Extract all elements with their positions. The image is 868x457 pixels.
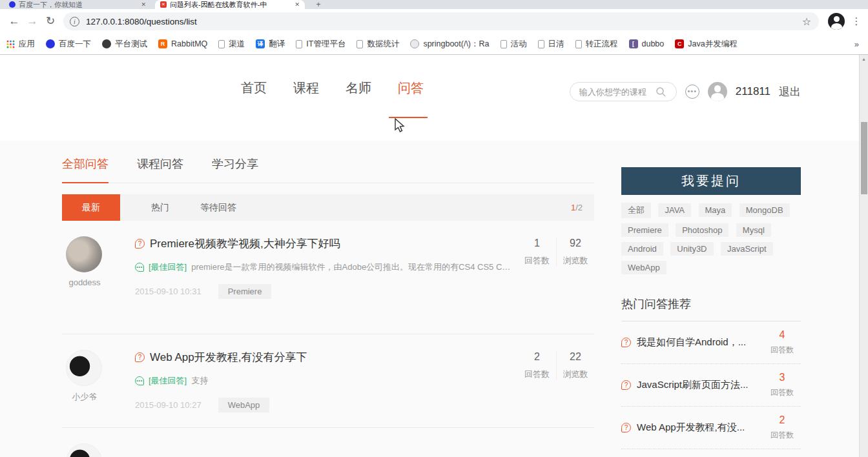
page-info-icon[interactable]: i <box>70 17 79 26</box>
tab-title: 问题列表-因酷在线教育软件-中 <box>170 0 291 9</box>
tag-maya[interactable]: Maya <box>699 203 732 217</box>
scrollbar-thumb[interactable] <box>861 122 867 194</box>
nav-courses[interactable]: 课程 <box>293 79 319 97</box>
bookmark-rabbitmq[interactable]: R RabbitMQ <box>158 39 207 48</box>
bookmark-dubbo[interactable]: [ dubbo <box>629 39 665 48</box>
tag-unity3d[interactable]: Unity3D <box>670 242 713 256</box>
browser-tab-questions[interactable]: ✕ 问题列表-因酷在线教育软件-中 ✕ <box>155 0 305 9</box>
translate-icon: 译 <box>256 39 265 48</box>
hot-qa-item-title[interactable]: Web App开发教程,有没... <box>637 421 763 434</box>
bookmark-data-stats[interactable]: 数据统计 <box>356 39 399 50</box>
search-input[interactable] <box>579 87 656 97</box>
hot-qa-count: 3 回答数 <box>763 372 801 398</box>
scrollbar-up-arrow[interactable]: ▲ <box>860 55 868 64</box>
search-icon[interactable] <box>656 86 666 97</box>
hot-qa-item[interactable]: ? Web App开发教程,有没... 2 回答数 <box>621 407 801 449</box>
question-author: 小少爷 <box>66 350 103 403</box>
hot-qa-item[interactable]: ? Premiere视频教学视频,... 1 回答数 <box>621 449 801 457</box>
sidebar: 我要提问 全部 JAVA Maya MongoDB Premiere Photo… <box>621 141 801 457</box>
mouse-cursor <box>394 118 406 134</box>
browser-profile-icon[interactable] <box>828 13 845 30</box>
baidu-paw-icon <box>46 39 55 48</box>
forward-icon[interactable]: → <box>23 12 41 30</box>
bookmark-qudao[interactable]: 渠道 <box>218 39 245 50</box>
tag-mysql[interactable]: Mysql <box>736 223 771 237</box>
answer-bubble-icon: ••• <box>135 263 144 272</box>
username: 211811 <box>736 85 770 98</box>
question-list-column: 全部问答 课程问答 学习分享 最新 热门 等待回答 1/2 goddess ? … <box>62 141 594 457</box>
page-scrollbar[interactable]: ▲ <box>859 55 868 457</box>
avatar[interactable] <box>66 443 102 457</box>
tag-mongodb[interactable]: MongoDB <box>739 203 790 217</box>
author-name: 小少爷 <box>66 391 103 403</box>
question-bubble-icon: ? <box>135 352 145 362</box>
bookmark-apps[interactable]: 应用 <box>6 39 35 50</box>
filter-awaiting-answer[interactable]: 等待回答 <box>200 202 236 214</box>
question-tag[interactable]: WebApp <box>218 398 270 412</box>
tab-close-icon[interactable]: ✕ <box>294 1 300 8</box>
nav-home[interactable]: 首页 <box>241 79 267 97</box>
document-icon <box>575 40 582 48</box>
reload-icon[interactable]: ↻ <box>41 12 59 30</box>
bookmark-baidu[interactable]: 百度一下 <box>46 39 91 50</box>
tag-webapp[interactable]: WebApp <box>621 261 666 274</box>
bookmark-huodong[interactable]: 活动 <box>501 39 527 50</box>
bookmark-translate[interactable]: 译 翻译 <box>256 39 285 50</box>
avatar[interactable] <box>66 236 102 272</box>
bookmark-springboot[interactable]: springboot(/\)：Ra <box>410 39 489 50</box>
new-tab-button[interactable]: + <box>311 0 326 9</box>
tab-study-share[interactable]: 学习分享 <box>212 156 258 183</box>
address-bar[interactable]: i 127.0.0.1:8080/questions/list ☆ <box>63 12 819 30</box>
browser-tab-baidu[interactable]: 百度一下，你就知道 ✕ <box>4 0 151 9</box>
filter-hot[interactable]: 热门 <box>151 202 169 214</box>
hot-qa-item-title[interactable]: 我是如何自学Android，... <box>637 336 763 349</box>
back-icon[interactable]: ← <box>5 12 23 30</box>
document-icon <box>296 40 302 48</box>
hot-qa-item[interactable]: ? 我是如何自学Android，... 4 回答数 <box>621 321 801 364</box>
pagination[interactable]: 1/2 <box>571 203 583 212</box>
messages-icon[interactable]: ••• <box>685 85 699 99</box>
answer-bubble-icon: ••• <box>135 376 144 385</box>
filter-bar: 最新 热门 等待回答 1/2 <box>62 194 594 221</box>
tag-premiere[interactable]: Premiere <box>621 223 668 237</box>
baidu-favicon-icon <box>9 1 16 8</box>
tab-course-questions[interactable]: 课程问答 <box>137 156 183 183</box>
bookmark-riqing[interactable]: 日清 <box>538 39 564 50</box>
course-search-box[interactable] <box>570 82 677 101</box>
hot-qa-item[interactable]: ? JavaScript刷新页面方法... 3 回答数 <box>621 364 801 407</box>
bookmarks-bar: 应用 百度一下 平台测试 R RabbitMQ 渠道 译 翻译 IT管理平台 数… <box>0 34 868 55</box>
tab-close-icon[interactable]: ✕ <box>141 1 146 8</box>
bookmark-zhuanzheng[interactable]: 转正流程 <box>575 39 618 50</box>
best-answer-text: premiere是一款常用的视频编辑软件，由Adobe公司推出。现在常用的有CS… <box>191 261 513 273</box>
tag-photoshop[interactable]: Photoshop <box>676 223 728 237</box>
tag-java[interactable]: JAVA <box>658 203 691 217</box>
hot-qa-item-title[interactable]: JavaScript刷新页面方法... <box>637 379 763 391</box>
question-title[interactable]: Premiere视频教学视频,大神分享下好吗 <box>150 236 340 251</box>
avatar[interactable] <box>66 350 102 386</box>
tab-all-questions[interactable]: 全部问答 <box>62 156 108 183</box>
browser-menu-icon[interactable]: ⋮ <box>850 15 863 27</box>
hot-qa-count: 4 回答数 <box>763 329 801 356</box>
bookmark-platform-test[interactable]: 平台测试 <box>102 39 147 50</box>
question-tag[interactable]: Premiere <box>218 284 272 299</box>
bookmark-java-concurrency[interactable]: C Java并发编程 <box>675 39 737 50</box>
nav-teachers[interactable]: 名师 <box>346 79 371 97</box>
tag-javascript[interactable]: JavaScript <box>721 242 773 256</box>
filter-newest[interactable]: 最新 <box>62 194 120 221</box>
user-avatar[interactable] <box>708 82 727 101</box>
header-right-cluster: ••• 211811 退出 <box>570 82 801 101</box>
tag-android[interactable]: Android <box>621 242 663 256</box>
site-nav: 首页 课程 名师 问答 <box>241 79 424 97</box>
tag-all[interactable]: 全部 <box>621 203 651 218</box>
question-bubble-icon: ? <box>621 380 631 390</box>
question-title[interactable]: Web App开发教程,有没有分享下 <box>150 350 307 365</box>
bookmark-star-icon[interactable]: ☆ <box>802 15 811 28</box>
url-text[interactable]: 127.0.0.1:8080/questions/list <box>86 17 802 26</box>
logout-link[interactable]: 退出 <box>779 85 801 99</box>
rabbitmq-icon: R <box>158 39 167 48</box>
nav-qa[interactable]: 问答 <box>398 79 424 97</box>
bookmark-it-platform[interactable]: IT管理平台 <box>296 39 346 50</box>
bookmarks-overflow-icon[interactable]: » <box>854 39 859 49</box>
site-header: 首页 课程 名师 问答 ••• 211811 退出 <box>0 55 868 141</box>
ask-question-button[interactable]: 我要提问 <box>621 167 801 195</box>
